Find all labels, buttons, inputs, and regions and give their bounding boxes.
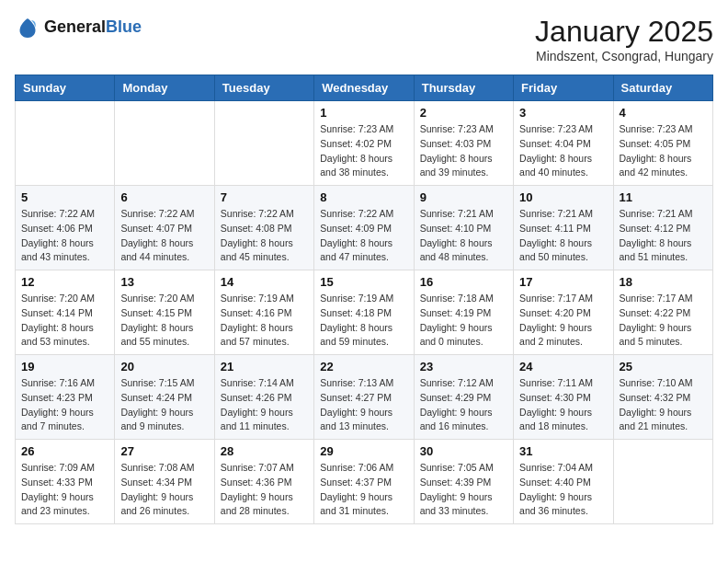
day-info: Sunrise: 7:08 AM Sunset: 4:34 PM Dayligh…: [120, 461, 208, 519]
day-number: 24: [519, 360, 607, 373]
calendar-cell: 16Sunrise: 7:18 AM Sunset: 4:19 PM Dayli…: [414, 270, 513, 355]
page-header: GeneralBlue January 2025 Mindszent, Cson…: [15, 15, 713, 63]
day-info: Sunrise: 7:19 AM Sunset: 4:16 PM Dayligh…: [221, 292, 308, 350]
day-info: Sunrise: 7:11 AM Sunset: 4:30 PM Dayligh…: [519, 376, 607, 434]
calendar-cell: 21Sunrise: 7:14 AM Sunset: 4:26 PM Dayli…: [214, 355, 313, 440]
day-info: Sunrise: 7:18 AM Sunset: 4:19 PM Dayligh…: [420, 292, 507, 350]
weekday-header: Monday: [115, 75, 214, 101]
day-info: Sunrise: 7:22 AM Sunset: 4:06 PM Dayligh…: [21, 207, 108, 265]
day-number: 25: [620, 360, 707, 373]
calendar-cell: 22Sunrise: 7:13 AM Sunset: 4:27 PM Dayli…: [314, 355, 414, 440]
day-info: Sunrise: 7:23 AM Sunset: 4:03 PM Dayligh…: [420, 122, 507, 180]
day-info: Sunrise: 7:22 AM Sunset: 4:09 PM Dayligh…: [320, 207, 407, 265]
day-number: 15: [320, 275, 407, 289]
day-number: 12: [21, 275, 108, 289]
calendar-cell: [214, 101, 313, 186]
day-number: 16: [420, 275, 507, 289]
calendar-cell: [16, 101, 115, 186]
logo: GeneralBlue: [15, 15, 142, 40]
week-row: 5Sunrise: 7:22 AM Sunset: 4:06 PM Daylig…: [16, 186, 713, 270]
day-info: Sunrise: 7:23 AM Sunset: 4:02 PM Dayligh…: [320, 122, 407, 180]
day-info: Sunrise: 7:17 AM Sunset: 4:22 PM Dayligh…: [620, 292, 707, 350]
day-info: Sunrise: 7:19 AM Sunset: 4:18 PM Dayligh…: [320, 292, 407, 350]
day-info: Sunrise: 7:21 AM Sunset: 4:11 PM Dayligh…: [519, 207, 607, 265]
day-info: Sunrise: 7:17 AM Sunset: 4:20 PM Dayligh…: [519, 292, 607, 350]
week-row: 19Sunrise: 7:16 AM Sunset: 4:23 PM Dayli…: [16, 355, 713, 440]
day-number: 23: [420, 360, 507, 373]
calendar-cell: 15Sunrise: 7:19 AM Sunset: 4:18 PM Dayli…: [314, 270, 414, 355]
day-info: Sunrise: 7:22 AM Sunset: 4:07 PM Dayligh…: [120, 207, 208, 265]
day-number: 6: [120, 190, 208, 204]
day-info: Sunrise: 7:23 AM Sunset: 4:04 PM Dayligh…: [519, 122, 607, 180]
title-section: January 2025 Mindszent, Csongrad, Hungar…: [535, 15, 713, 63]
week-row: 1Sunrise: 7:23 AM Sunset: 4:02 PM Daylig…: [16, 101, 713, 186]
calendar-cell: 7Sunrise: 7:22 AM Sunset: 4:08 PM Daylig…: [214, 186, 313, 270]
calendar-cell: 19Sunrise: 7:16 AM Sunset: 4:23 PM Dayli…: [16, 355, 115, 440]
day-info: Sunrise: 7:12 AM Sunset: 4:29 PM Dayligh…: [420, 376, 507, 434]
calendar-cell: 12Sunrise: 7:20 AM Sunset: 4:14 PM Dayli…: [16, 270, 115, 355]
day-info: Sunrise: 7:21 AM Sunset: 4:10 PM Dayligh…: [420, 207, 507, 265]
day-number: 19: [21, 360, 108, 373]
day-number: 10: [519, 190, 607, 204]
day-info: Sunrise: 7:15 AM Sunset: 4:24 PM Dayligh…: [120, 376, 208, 434]
calendar-cell: 30Sunrise: 7:05 AM Sunset: 4:39 PM Dayli…: [414, 440, 513, 524]
day-number: 28: [221, 444, 308, 458]
calendar-cell: 23Sunrise: 7:12 AM Sunset: 4:29 PM Dayli…: [414, 355, 513, 440]
day-number: 21: [221, 360, 308, 373]
day-number: 31: [519, 444, 607, 458]
calendar-cell: 11Sunrise: 7:21 AM Sunset: 4:12 PM Dayli…: [613, 186, 712, 270]
month-title: January 2025: [535, 15, 713, 49]
day-number: 8: [320, 190, 407, 204]
calendar-cell: 2Sunrise: 7:23 AM Sunset: 4:03 PM Daylig…: [414, 101, 513, 186]
day-number: 26: [21, 444, 108, 458]
calendar-cell: 6Sunrise: 7:22 AM Sunset: 4:07 PM Daylig…: [115, 186, 214, 270]
day-info: Sunrise: 7:20 AM Sunset: 4:14 PM Dayligh…: [21, 292, 108, 350]
calendar-cell: 5Sunrise: 7:22 AM Sunset: 4:06 PM Daylig…: [16, 186, 115, 270]
day-info: Sunrise: 7:05 AM Sunset: 4:39 PM Dayligh…: [420, 461, 507, 519]
calendar-cell: 28Sunrise: 7:07 AM Sunset: 4:36 PM Dayli…: [214, 440, 313, 524]
day-info: Sunrise: 7:16 AM Sunset: 4:23 PM Dayligh…: [21, 376, 108, 434]
weekday-header: Tuesday: [214, 75, 313, 101]
calendar-cell: 18Sunrise: 7:17 AM Sunset: 4:22 PM Dayli…: [613, 270, 712, 355]
day-info: Sunrise: 7:06 AM Sunset: 4:37 PM Dayligh…: [320, 461, 407, 519]
day-info: Sunrise: 7:10 AM Sunset: 4:32 PM Dayligh…: [620, 376, 707, 434]
calendar-cell: 14Sunrise: 7:19 AM Sunset: 4:16 PM Dayli…: [214, 270, 313, 355]
day-info: Sunrise: 7:23 AM Sunset: 4:05 PM Dayligh…: [620, 122, 707, 180]
calendar-cell: 3Sunrise: 7:23 AM Sunset: 4:04 PM Daylig…: [514, 101, 613, 186]
day-info: Sunrise: 7:14 AM Sunset: 4:26 PM Dayligh…: [221, 376, 308, 434]
week-row: 26Sunrise: 7:09 AM Sunset: 4:33 PM Dayli…: [16, 440, 713, 524]
weekday-header: Friday: [514, 75, 613, 101]
calendar-cell: 31Sunrise: 7:04 AM Sunset: 4:40 PM Dayli…: [514, 440, 613, 524]
calendar: SundayMondayTuesdayWednesdayThursdayFrid…: [15, 75, 713, 524]
day-number: 13: [120, 275, 208, 289]
logo-text: GeneralBlue: [44, 18, 142, 37]
day-info: Sunrise: 7:09 AM Sunset: 4:33 PM Dayligh…: [21, 461, 108, 519]
calendar-cell: 27Sunrise: 7:08 AM Sunset: 4:34 PM Dayli…: [115, 440, 214, 524]
day-info: Sunrise: 7:07 AM Sunset: 4:36 PM Dayligh…: [221, 461, 308, 519]
day-number: 5: [21, 190, 108, 204]
calendar-cell: 1Sunrise: 7:23 AM Sunset: 4:02 PM Daylig…: [314, 101, 414, 186]
day-info: Sunrise: 7:13 AM Sunset: 4:27 PM Dayligh…: [320, 376, 407, 434]
day-info: Sunrise: 7:20 AM Sunset: 4:15 PM Dayligh…: [120, 292, 208, 350]
calendar-cell: 17Sunrise: 7:17 AM Sunset: 4:20 PM Dayli…: [514, 270, 613, 355]
day-number: 11: [620, 190, 707, 204]
day-number: 1: [320, 106, 407, 120]
day-number: 2: [420, 106, 507, 120]
weekday-header: Saturday: [613, 75, 712, 101]
day-number: 22: [320, 360, 407, 373]
weekday-header-row: SundayMondayTuesdayWednesdayThursdayFrid…: [16, 75, 713, 101]
day-number: 27: [120, 444, 208, 458]
day-number: 3: [519, 106, 607, 120]
weekday-header: Wednesday: [314, 75, 414, 101]
weekday-header: Thursday: [414, 75, 513, 101]
day-number: 9: [420, 190, 507, 204]
day-info: Sunrise: 7:04 AM Sunset: 4:40 PM Dayligh…: [519, 461, 607, 519]
day-number: 29: [320, 444, 407, 458]
day-number: 4: [620, 106, 707, 120]
calendar-cell: 24Sunrise: 7:11 AM Sunset: 4:30 PM Dayli…: [514, 355, 613, 440]
calendar-cell: 20Sunrise: 7:15 AM Sunset: 4:24 PM Dayli…: [115, 355, 214, 440]
calendar-cell: 25Sunrise: 7:10 AM Sunset: 4:32 PM Dayli…: [613, 355, 712, 440]
week-row: 12Sunrise: 7:20 AM Sunset: 4:14 PM Dayli…: [16, 270, 713, 355]
day-number: 7: [221, 190, 308, 204]
day-number: 20: [120, 360, 208, 373]
